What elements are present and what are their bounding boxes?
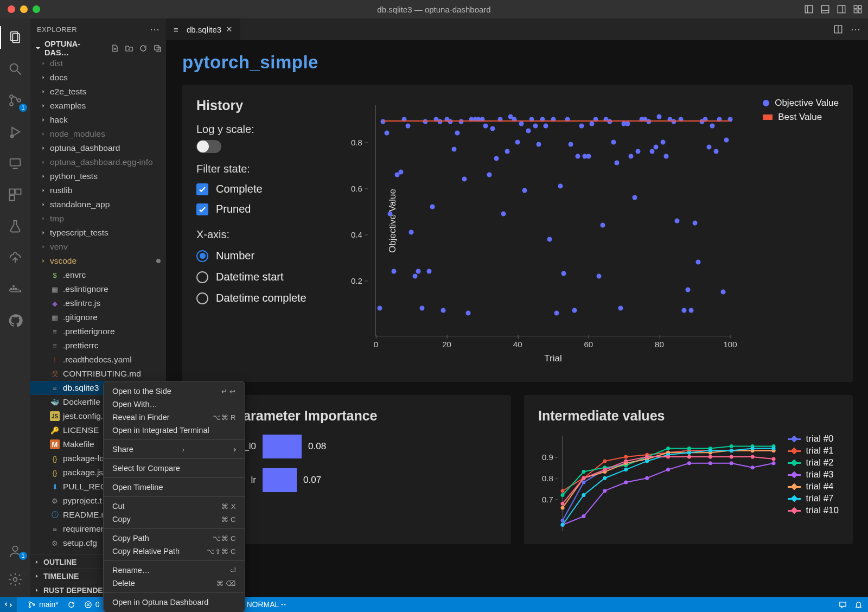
checkbox-pruned[interactable]: Pruned (196, 203, 343, 215)
layout-grid-icon[interactable] (853, 4, 863, 14)
dashboard: pytorch_simple History Log y scale: Filt… (166, 40, 868, 597)
activity-settings[interactable] (0, 568, 30, 591)
intermediate-chart[interactable]: 0.70.80.9 .legend-line::after{background… (538, 433, 839, 531)
legend-trial-#1[interactable]: .legend-line::after{background:inherit}t… (788, 445, 839, 456)
activity-scm[interactable]: 1 (0, 86, 30, 115)
folder-optuna_dashboard[interactable]: optuna_dashboard (30, 141, 166, 155)
activity-remote[interactable] (0, 149, 30, 178)
tab-db-sqlite3[interactable]: ≡ db.sqlite3 ✕ (166, 18, 241, 40)
status-remote[interactable] (0, 597, 17, 612)
new-folder-icon[interactable] (125, 44, 133, 53)
new-file-icon[interactable] (111, 44, 119, 53)
radio-datetime-start[interactable]: Datetime start (196, 271, 343, 283)
project-header[interactable]: OPTUNA-DAS… (30, 40, 166, 56)
tab-close-icon[interactable]: ✕ (226, 24, 233, 34)
folder-venv[interactable]: venv (30, 240, 166, 254)
folder-examples[interactable]: examples (30, 99, 166, 113)
layout-bottom-icon[interactable] (820, 4, 830, 14)
file-context-menu[interactable]: Open to the Side↵ ↩Open With…Reveal in F… (103, 381, 245, 612)
legend-trial-#7[interactable]: .legend-line::after{background:inherit}t… (788, 493, 839, 504)
ctx-cut[interactable]: Cut⌘ X (104, 500, 245, 513)
activity-docker[interactable] (0, 275, 30, 304)
ctx-open-in-integrated-terminal[interactable]: Open in Integrated Terminal (104, 424, 245, 437)
legend-trial-#3[interactable]: .legend-line::after{background:inherit}t… (788, 469, 839, 480)
svg-point-28 (12, 546, 17, 551)
ctx-copy-relative-path[interactable]: Copy Relative Path⌥⇧⌘ C (104, 545, 245, 558)
ctx-select-for-compare[interactable]: Select for Compare (104, 462, 245, 475)
legend-objective-value[interactable]: Objective Value (763, 98, 839, 109)
file-.eslintignore[interactable]: ▦.eslintignore (30, 282, 166, 296)
status-sync[interactable] (67, 601, 75, 609)
history-chart[interactable]: Objective ValueBest Value Objective Valu… (348, 98, 839, 369)
file-.prettierrc[interactable]: ≡.prettierrc (30, 339, 166, 353)
svg-point-14 (10, 95, 13, 98)
ctx-share[interactable]: Share› (104, 443, 245, 456)
activity-account[interactable]: 1 (0, 539, 30, 563)
file-.gitignore[interactable]: ▦.gitignore (30, 310, 166, 324)
window-min-btn[interactable] (20, 5, 28, 13)
activity-search[interactable] (0, 54, 30, 84)
history-plot-area: Objective Value Trial 0.20.40.60.8020406… (375, 105, 730, 336)
ctx-open-to-the-side[interactable]: Open to the Side↵ ↩ (104, 385, 245, 398)
file-.prettierignore[interactable]: ≡.prettierignore (30, 324, 166, 339)
tab-split-icon[interactable] (833, 24, 843, 34)
folder-python_tests[interactable]: python_tests (30, 169, 166, 183)
folder-docs[interactable]: docs (30, 71, 166, 85)
file-CONTRIBUTING.md[interactable]: 웃CONTRIBUTING.md (30, 367, 166, 381)
folder-rustlib[interactable]: rustlib (30, 183, 166, 197)
activity-explorer[interactable] (0, 23, 30, 52)
activity-run[interactable] (0, 117, 30, 146)
file-.readthedocs.yaml[interactable]: !.readthedocs.yaml (30, 353, 166, 367)
folder-dist[interactable]: dist (30, 56, 166, 71)
legend-best-value[interactable]: Best Value (763, 112, 839, 123)
status-branch[interactable]: main* (28, 600, 59, 609)
ctx-open-in-optuna-dashboard[interactable]: Open in Optuna Dashboard (104, 596, 245, 609)
tab-more-icon[interactable]: ⋯ (851, 23, 860, 35)
scatter-point (600, 223, 605, 228)
folder-tmp[interactable]: tmp (30, 212, 166, 226)
title-bar: db.sqlite3 — optuna-dashboard (0, 0, 868, 18)
ctx-open-timeline[interactable]: Open Timeline (104, 481, 245, 494)
radio-number[interactable]: Number (196, 250, 343, 262)
ctx-copy-path[interactable]: Copy Path⌥⌘ C (104, 532, 245, 545)
activity-flask[interactable] (0, 212, 30, 241)
folder-vscode[interactable]: vscode (30, 254, 166, 268)
folder-optuna_dashboard.egg-info[interactable]: optuna_dashboard.egg-info (30, 155, 166, 169)
explorer-more-icon[interactable]: ⋯ (150, 23, 159, 35)
layout-panel-icon[interactable] (804, 4, 814, 14)
legend-trial-#2[interactable]: .legend-line::after{background:inherit}t… (788, 457, 839, 468)
legend-trial-#4[interactable]: .legend-line::after{background:inherit}t… (788, 481, 839, 492)
collapse-icon[interactable] (153, 44, 162, 53)
svg-point-67 (582, 514, 585, 518)
status-bell-icon[interactable] (854, 601, 863, 609)
status-feedback-icon[interactable] (839, 601, 847, 609)
folder-standalone_app[interactable]: standalone_app (30, 197, 166, 212)
scatter-point (660, 140, 665, 145)
folder-node_modules[interactable]: node_modules (30, 127, 166, 141)
intermediate-legend: .legend-line::after{background:inherit}t… (788, 433, 839, 517)
activity-extensions[interactable] (0, 180, 30, 209)
ctx-rename-[interactable]: Rename…⏎ (104, 564, 245, 577)
file-.envrc[interactable]: $.envrc (30, 268, 166, 282)
ctx-reveal-in-finder[interactable]: Reveal in Finder⌥⌘ R (104, 411, 245, 424)
window-max-btn[interactable] (33, 5, 40, 13)
activity-github[interactable] (0, 306, 30, 335)
folder-hack[interactable]: hack (30, 113, 166, 127)
layout-right-icon[interactable] (837, 4, 846, 14)
ctx-delete[interactable]: Delete⌘ ⌫ (104, 577, 245, 590)
window-close-btn[interactable] (8, 5, 15, 13)
refresh-icon[interactable] (139, 44, 148, 53)
checkbox-complete[interactable]: Complete (196, 183, 343, 195)
folder-e2e_tests[interactable]: e2e_tests (30, 85, 166, 99)
activity-share[interactable] (0, 243, 30, 272)
legend-trial-#10[interactable]: .legend-line::after{background:inherit}t… (788, 505, 839, 516)
ctx-copy[interactable]: Copy⌘ C (104, 513, 245, 526)
ctx-open-with-[interactable]: Open With… (104, 398, 245, 411)
log-scale-toggle[interactable] (196, 140, 221, 153)
folder-typescript_tests[interactable]: typescript_tests (30, 226, 166, 240)
legend-trial-#0[interactable]: .legend-line::after{background:inherit}t… (788, 433, 839, 444)
radio-datetime-complete[interactable]: Datetime complete (196, 292, 343, 304)
file-.eslintrc.js[interactable]: ◆.eslintrc.js (30, 296, 166, 310)
scatter-point (636, 149, 641, 154)
study-title: pytorch_simple (182, 52, 853, 73)
